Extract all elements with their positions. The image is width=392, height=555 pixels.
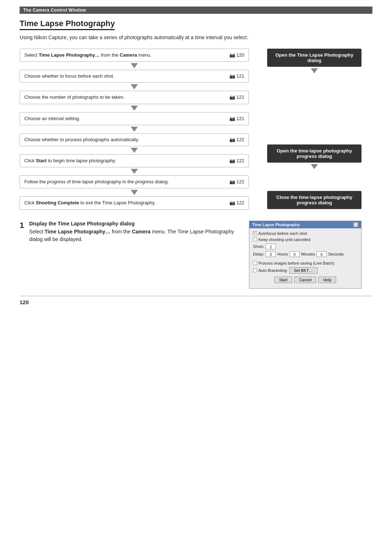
delay-seconds-input[interactable]: 0: [317, 251, 327, 257]
arrow-4: [131, 127, 138, 132]
right-arrow-6: [311, 164, 318, 169]
flow-right: Open the Time Lapse Photography dialog O…: [256, 49, 372, 210]
seconds-label: Seconds: [328, 252, 344, 256]
dialog-help-button[interactable]: Help: [318, 277, 336, 283]
checkbox-autofocus[interactable]: [253, 231, 257, 235]
step-box-2: Choose whether to focus before each shot…: [20, 70, 249, 83]
set-bkt-button[interactable]: Set BKT…: [289, 267, 318, 274]
checkbox-process[interactable]: [253, 261, 257, 265]
page-title: Time Lapse Photography: [20, 19, 115, 30]
step-box-1: Select Time Lapse Photography… from the …: [20, 49, 249, 62]
autofocus-label: Autofocus before each shot: [258, 231, 307, 236]
dialog-label-6: Open the time-lapse photography progress…: [267, 144, 362, 163]
ref-icon-3: 📷 121: [229, 94, 244, 101]
dialog-start-button[interactable]: Start: [274, 277, 292, 283]
step-box-4: Choose an interval setting. 📷 121: [20, 112, 249, 125]
dialog-title: Time Lapse Photography: [252, 223, 300, 227]
minutes-label: Minutes: [301, 252, 315, 256]
section-1-right: Time Lapse Photography ✕ Autofocus befor…: [249, 221, 372, 289]
delay-label: Delay:: [253, 252, 264, 256]
step-box-6: Click Start to begin time lapse photogra…: [20, 154, 249, 167]
section-1: 1 Display the Time Lapse Photography dia…: [20, 221, 372, 289]
ref-icon-5: 📷 122: [229, 136, 244, 143]
header-label: The Camera Control Window: [23, 8, 86, 13]
arrow-6: [131, 169, 138, 174]
page-wrapper: The Camera Control Window Time Lapse Pho…: [0, 0, 392, 555]
section1-body: Select Time Lapse Photography… from the …: [29, 228, 238, 244]
shots-input[interactable]: 2: [266, 244, 276, 249]
delay-hours-input[interactable]: 0: [266, 251, 276, 257]
keep-shooting-label: Keep shooting until cancelled: [258, 237, 310, 242]
dialog-row-bracket: Auto Bracketing: Set BKT…: [253, 267, 358, 274]
step-box-8: Click Shooting Complete to exit the Time…: [20, 196, 249, 209]
ref-icon-1: 📷 120: [229, 52, 244, 58]
section-1-left: 1 Display the Time Lapse Photography dia…: [20, 221, 238, 289]
dialog-body: Autofocus before each shot Keep shooting…: [249, 228, 361, 288]
dialog-close-btn[interactable]: ✕: [353, 222, 358, 227]
section1-heading: Display the Time Lapse Photography dialo…: [29, 221, 238, 227]
dialog-cancel-button[interactable]: Cancel: [294, 277, 316, 283]
header-bar: The Camera Control Window: [20, 7, 372, 14]
ref-icon-2: 📷 121: [229, 73, 244, 79]
page-number: 120: [20, 296, 29, 305]
flow-left: Select Time Lapse Photography… from the …: [20, 49, 249, 210]
shots-label: Shots:: [253, 244, 264, 249]
bracket-label: Auto Bracketing:: [258, 268, 288, 273]
dialog-title-bar: Time Lapse Photography ✕: [249, 221, 361, 228]
ref-icon-7: 📷 122: [229, 179, 244, 185]
dialog-buttons: Start Cancel Help: [253, 277, 358, 285]
checkbox-bracket[interactable]: [253, 268, 257, 272]
dialog-label-1: Open the Time Lapse Photography dialog: [267, 49, 362, 67]
step-box-5: Choose whether to process photographs au…: [20, 133, 249, 146]
hours-label: Hours: [277, 252, 288, 256]
flow-container: Select Time Lapse Photography… from the …: [20, 49, 372, 210]
ref-icon-8: 📷 122: [229, 200, 244, 206]
intro-text: Using Nikon Capture, you can take a seri…: [20, 34, 372, 41]
ref-icon-6: 📷 122: [229, 158, 244, 164]
dialog-row-autofocus: Autofocus before each shot: [253, 231, 358, 236]
right-arrow-1: [311, 68, 318, 73]
dialog-label-8: Close the time-lapse photography progres…: [267, 191, 362, 209]
step-box-3: Choose the number of photographs to be t…: [20, 91, 249, 104]
ref-icon-4: 📷 121: [229, 115, 244, 122]
dialog-row-process: Process images before saving (Live Batch…: [253, 261, 358, 265]
step-box-7: Follow the progress of time lapse photog…: [20, 175, 249, 188]
checkbox-keep-shooting[interactable]: [253, 237, 257, 241]
arrow-3: [131, 106, 138, 111]
arrow-1: [131, 63, 138, 68]
arrow-7: [131, 190, 138, 195]
dialog-row-shots: Shots: 2: [253, 244, 358, 249]
arrow-2: [131, 84, 138, 89]
delay-minutes-input[interactable]: 0: [290, 251, 300, 257]
dialog-mockup: Time Lapse Photography ✕ Autofocus befor…: [249, 221, 362, 289]
dialog-row-delay: Delay: 0 Hours 0 Minutes 0 Seconds: [253, 251, 358, 257]
dialog-row-keep-shooting: Keep shooting until cancelled: [253, 237, 358, 242]
arrow-5: [131, 148, 138, 153]
step-number-1: 1: [20, 221, 24, 229]
process-label: Process images before saving (Live Batch…: [258, 261, 334, 265]
